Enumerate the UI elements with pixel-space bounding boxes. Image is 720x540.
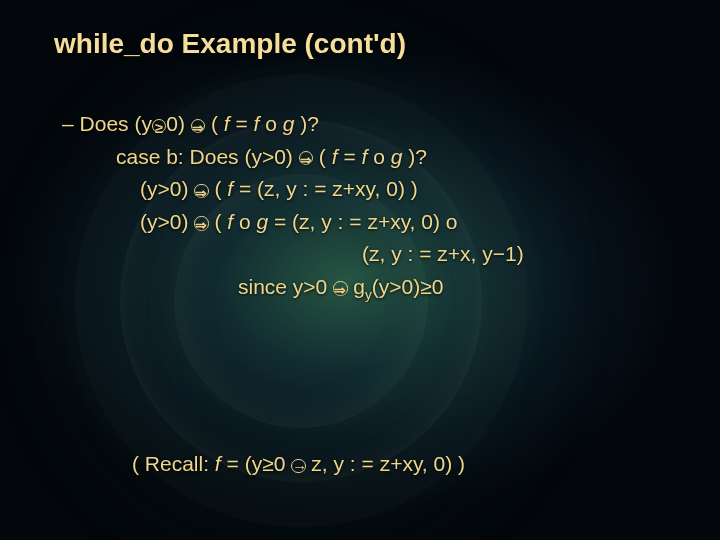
text: case b: (116, 145, 190, 168)
subscript-y: y (365, 287, 372, 302)
implies-circled-icon (333, 281, 347, 295)
recall-line: ( Recall: f = (y≥0 z, y : = z+xy, 0) ) (132, 452, 465, 476)
text: ( (313, 145, 332, 168)
implies-circled-icon (194, 184, 208, 198)
line-5: (z, y : = z+x, y−1) (62, 238, 682, 271)
text: = (z, y : = z+xy, 0) ) (233, 177, 418, 200)
text: (y>0)≥0 (372, 275, 444, 298)
line-2: case b: Does (y>0) ( f = f o g )? (62, 141, 682, 174)
text: o (259, 112, 282, 135)
line-4: (y>0) ( f o g = (z, y : = z+xy, 0) o (62, 206, 682, 239)
bullet-dash: – (62, 112, 74, 135)
line-6: since y>0 gy(y>0)≥0 (62, 271, 682, 304)
text: = (z, y : = z+xy, 0) o (268, 210, 457, 233)
text: Does (y (80, 112, 152, 135)
slide-body: – Does (y0) ( f = f o g )? case b: Does … (62, 108, 682, 303)
slide: while_do Example (cont'd) – Does (y0) ( … (0, 0, 720, 540)
text: (y>0) (140, 177, 194, 200)
text: (y>0) (140, 210, 194, 233)
text: )? (402, 145, 427, 168)
text: = (y≥0 (221, 452, 291, 475)
var-g: g (257, 210, 269, 233)
var-g: g (283, 112, 295, 135)
arrow-circled-icon (291, 459, 305, 473)
text: (z, y : = z+x, y−1) (362, 242, 524, 265)
text: ( Recall: (132, 452, 215, 475)
text: ( (209, 177, 228, 200)
text: )? (294, 112, 319, 135)
text: o (367, 145, 390, 168)
line-3: (y>0) ( f = (z, y : = z+xy, 0) ) (62, 173, 682, 206)
ge-circled-icon (152, 119, 166, 133)
text: g (348, 275, 366, 298)
text: o (233, 210, 256, 233)
text: = (338, 145, 362, 168)
implies-circled-icon (299, 151, 313, 165)
text: ( (205, 112, 224, 135)
text: Does (y>0) (190, 145, 299, 168)
slide-title: while_do Example (cont'd) (54, 28, 406, 60)
text: 0) (166, 112, 191, 135)
implies-circled-icon (194, 216, 208, 230)
text: ( (209, 210, 228, 233)
text: = (230, 112, 254, 135)
line-1: – Does (y0) ( f = f o g )? (62, 108, 682, 141)
implies-circled-icon (191, 119, 205, 133)
text: since y>0 (238, 275, 333, 298)
text: z, y : = z+xy, 0) ) (306, 452, 465, 475)
var-g: g (391, 145, 403, 168)
